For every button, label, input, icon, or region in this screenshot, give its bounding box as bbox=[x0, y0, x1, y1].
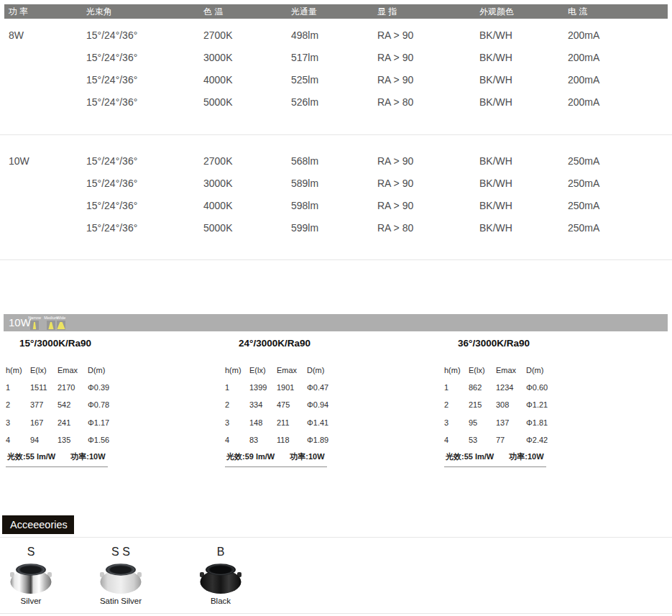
header-cri: 显 指 bbox=[377, 6, 479, 18]
col-d: D(m) bbox=[88, 365, 115, 375]
cell-current: 250mA bbox=[568, 155, 668, 167]
cell-e: 94 bbox=[30, 435, 57, 445]
beam-icon-wide: Wide bbox=[54, 316, 68, 330]
beam-narrow-glyph bbox=[30, 321, 39, 330]
cell-power: 10W bbox=[9, 155, 86, 167]
accessory-item-black: B Black bbox=[193, 544, 248, 605]
cell-emax: 241 bbox=[57, 418, 88, 428]
cell-beam-angle: 15°/24°/36° bbox=[86, 29, 203, 41]
cell-cri: RA > 90 bbox=[377, 200, 479, 211]
beam-wide-glyph bbox=[57, 321, 65, 330]
cell-flux: 599lm bbox=[291, 222, 377, 234]
cell-beam-angle: 15°/24°/36° bbox=[86, 52, 203, 63]
section-divider bbox=[0, 537, 672, 538]
cell-e: 1511 bbox=[30, 382, 57, 392]
cell-h: 4 bbox=[6, 435, 30, 445]
cell-e: 83 bbox=[249, 435, 277, 445]
cell-flux: 517lm bbox=[291, 52, 377, 63]
reflector-ring-black-image bbox=[199, 561, 242, 594]
table-footer: 光效:55 lm/W 功率:10W bbox=[6, 451, 108, 467]
cell-flux: 598lm bbox=[291, 200, 377, 211]
table-row: 3 148 211 Φ1.41 bbox=[225, 418, 334, 428]
accessories-title: Acceeeories bbox=[10, 519, 68, 530]
footer-efficacy: 光效:59 lm/W bbox=[226, 452, 275, 461]
cell-color: BK/WH bbox=[479, 52, 568, 63]
col-emax: Emax bbox=[277, 365, 307, 375]
bottom-divider bbox=[0, 613, 672, 614]
cell-h: 3 bbox=[444, 418, 469, 428]
cell-power: 8W bbox=[9, 29, 86, 41]
cell-flux: 568lm bbox=[291, 155, 377, 167]
cell-color: BK/WH bbox=[479, 96, 568, 108]
cell-emax: 542 bbox=[57, 400, 88, 410]
table-row: 1 1399 1901 Φ0.47 bbox=[225, 382, 334, 392]
cell-h: 3 bbox=[225, 418, 249, 428]
footer-power: 功率:10W bbox=[70, 452, 105, 461]
cell-current: 200mA bbox=[568, 52, 668, 63]
cell-cct: 3000K bbox=[203, 178, 291, 189]
section-divider bbox=[0, 259, 672, 260]
cell-cct: 3000K bbox=[203, 52, 291, 63]
accessory-item-silver: S Silver bbox=[4, 544, 58, 605]
cell-color: BK/WH bbox=[479, 222, 568, 234]
section-divider bbox=[0, 134, 672, 135]
cell-emax: 308 bbox=[496, 400, 526, 410]
beam-label-wide: Wide bbox=[54, 316, 68, 320]
spec-row: 15°/24°/36° 4000K 525lm RA > 90 BK/WH 20… bbox=[9, 68, 668, 91]
cell-flux: 498lm bbox=[291, 29, 377, 41]
spec-sheet-page: 功 率 光束角 色 温 光通量 显 指 外观颜色 电 流 8W 15°/24°/… bbox=[0, 0, 672, 616]
spec-row: 8W 15°/24°/36° 2700K 498lm RA > 90 BK/WH… bbox=[9, 24, 668, 46]
cell-emax: 211 bbox=[277, 418, 307, 428]
cell-color: BK/WH bbox=[479, 200, 568, 211]
cell-cct: 5000K bbox=[203, 96, 291, 108]
cell-emax: 118 bbox=[277, 435, 307, 445]
cell-d: Φ0.39 bbox=[88, 382, 115, 392]
accessory-item-satin-silver: S S Satin Silver bbox=[93, 544, 148, 605]
accessory-code: S S bbox=[93, 544, 148, 559]
table-row: 1 862 1234 Φ0.60 bbox=[444, 382, 553, 392]
cell-cri: RA > 90 bbox=[377, 52, 479, 63]
col-h: h(m) bbox=[444, 365, 469, 375]
accessory-name: Satin Silver bbox=[93, 597, 148, 605]
cell-current: 200mA bbox=[568, 96, 668, 108]
col-d: D(m) bbox=[307, 365, 334, 375]
spec-row: 15°/24°/36° 5000K 526lm RA > 80 BK/WH 20… bbox=[9, 91, 668, 113]
photometric-table-36deg: 36°/3000K/Ra90 h(m) E(lx) Emax D(m) 1 86… bbox=[444, 338, 553, 349]
beam-label-narrow: Narrow bbox=[27, 316, 42, 320]
cell-emax: 1901 bbox=[277, 382, 307, 392]
cell-d: Φ0.94 bbox=[307, 400, 334, 410]
cell-beam-angle: 15°/24°/36° bbox=[86, 222, 203, 234]
cell-emax: 77 bbox=[496, 435, 526, 445]
photometric-table-24deg: 24°/3000K/Ra90 h(m) E(lx) Emax D(m) 1 13… bbox=[225, 338, 334, 349]
cell-e: 1399 bbox=[249, 382, 277, 392]
cell-h: 2 bbox=[225, 400, 249, 410]
col-emax: Emax bbox=[496, 365, 526, 375]
accessory-code: S bbox=[4, 544, 58, 559]
cell-cri: RA > 90 bbox=[377, 74, 479, 86]
cell-current: 200mA bbox=[568, 74, 668, 86]
spec-table-header: 功 率 光束角 色 温 光通量 显 指 外观颜色 电 流 bbox=[4, 4, 668, 19]
cell-beam-angle: 15°/24°/36° bbox=[86, 155, 203, 167]
cell-d: Φ1.17 bbox=[88, 418, 115, 428]
cell-emax: 137 bbox=[496, 418, 526, 428]
cell-e: 334 bbox=[249, 400, 277, 410]
cell-cri: RA > 80 bbox=[377, 96, 479, 108]
table-footer: 光效:55 lm/W 功率:10W bbox=[444, 451, 546, 467]
cell-e: 377 bbox=[30, 400, 57, 410]
cell-h: 3 bbox=[6, 418, 30, 428]
table-row: 4 83 118 Φ1.89 bbox=[225, 435, 334, 445]
cell-d: Φ1.56 bbox=[88, 435, 115, 445]
accessories-title-box: Acceeeories bbox=[2, 515, 74, 534]
cell-d: Φ0.78 bbox=[88, 400, 115, 410]
reflector-ring-satin-silver-image bbox=[99, 561, 142, 594]
cell-current: 250mA bbox=[568, 200, 668, 211]
cell-cct: 2700K bbox=[203, 155, 291, 167]
cell-emax: 475 bbox=[277, 400, 307, 410]
table-row: 3 167 241 Φ1.17 bbox=[6, 418, 115, 428]
spec-group-10w: 10W 15°/24°/36° 2700K 568lm RA > 90 BK/W… bbox=[4, 150, 668, 239]
cell-beam-angle: 15°/24°/36° bbox=[86, 74, 203, 86]
cell-cri: RA > 80 bbox=[377, 222, 479, 234]
cell-d: Φ1.89 bbox=[307, 435, 334, 445]
cell-emax: 2170 bbox=[57, 382, 88, 392]
cell-d: Φ1.21 bbox=[526, 400, 553, 410]
